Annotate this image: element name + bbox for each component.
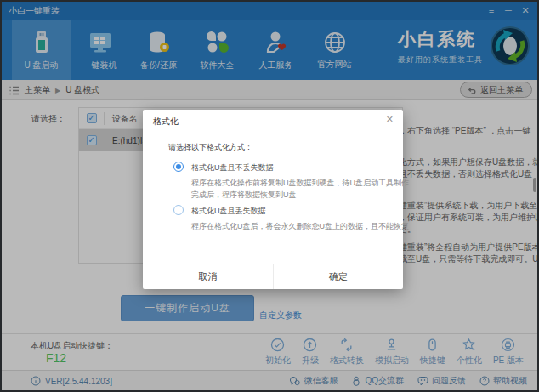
format-dialog: 格式化 ✕ 请选择以下格式化方式： 格式化U盘且不丢失数据 程序在格式化操作前将… — [143, 110, 403, 289]
radio-selected-icon[interactable] — [173, 162, 184, 172]
dialog-close-icon[interactable]: ✕ — [386, 114, 394, 125]
radio-unselected-icon[interactable] — [173, 205, 184, 215]
cancel-button[interactable]: 取消 — [143, 264, 273, 289]
option-description: 程序在格式化操作前将复制U盘数据到硬盘，待U盘启动工具制作完成后，程序将数据恢复… — [191, 177, 409, 201]
dialog-footer: 取消 确定 — [143, 264, 403, 289]
format-option-keep-data[interactable]: 格式化U盘且不丢失数据 程序在格式化操作前将复制U盘数据到硬盘，待U盘启动工具制… — [173, 162, 409, 201]
option-label: 格式化U盘且不丢失数据 — [191, 162, 409, 173]
format-option-lose-data[interactable]: 格式化U盘且丢失数据 程序在格式化U盘后，将会永久删除您U盘上的数据，且不能恢复 — [173, 206, 409, 232]
dialog-title: 格式化 — [153, 116, 179, 128]
option-description: 程序在格式化U盘后，将会永久删除您U盘上的数据，且不能恢复 — [191, 220, 409, 232]
app-window: 小白一键重装 ≡ ─ ✕ U 盘启动 一键装机 — [0, 0, 539, 392]
dialog-prompt: 请选择以下格式化方式： — [168, 142, 252, 153]
option-label: 格式化U盘且丢失数据 — [191, 206, 409, 217]
confirm-button[interactable]: 确定 — [273, 264, 404, 289]
